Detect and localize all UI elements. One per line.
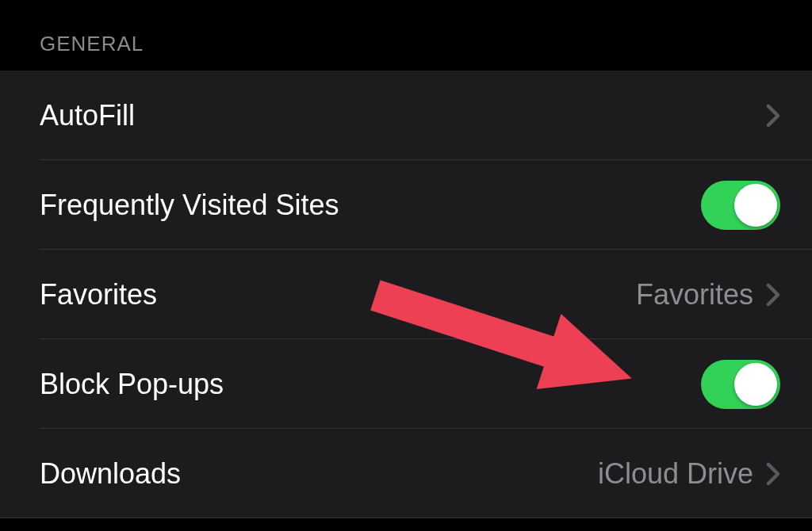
chevron-right-icon bbox=[766, 283, 780, 307]
toggle-frequently-visited[interactable] bbox=[701, 181, 780, 230]
row-right-frequently-visited bbox=[701, 181, 780, 230]
row-value-downloads: iCloud Drive bbox=[598, 457, 753, 491]
toggle-knob bbox=[734, 363, 777, 406]
settings-list: AutoFill Frequently Visited Sites Favori… bbox=[0, 71, 812, 518]
chevron-right-icon bbox=[766, 104, 780, 128]
toggle-block-popups[interactable] bbox=[701, 360, 780, 409]
toggle-knob bbox=[734, 184, 777, 227]
section-header-general: GENERAL bbox=[0, 0, 812, 71]
row-label-block-popups: Block Pop-ups bbox=[40, 368, 224, 401]
row-value-favorites: Favorites bbox=[636, 278, 753, 311]
row-right-autofill bbox=[766, 104, 780, 128]
row-right-block-popups bbox=[701, 360, 780, 409]
row-block-popups: Block Pop-ups bbox=[0, 339, 812, 429]
row-label-downloads: Downloads bbox=[40, 457, 181, 491]
row-label-favorites: Favorites bbox=[40, 278, 157, 311]
row-downloads[interactable]: Downloads iCloud Drive bbox=[0, 429, 812, 518]
row-label-autofill: AutoFill bbox=[40, 99, 135, 132]
chevron-right-icon bbox=[766, 462, 780, 486]
row-label-frequently-visited: Frequently Visited Sites bbox=[40, 189, 339, 222]
row-autofill[interactable]: AutoFill bbox=[0, 71, 812, 160]
row-right-favorites: Favorites bbox=[636, 278, 780, 311]
row-frequently-visited: Frequently Visited Sites bbox=[0, 160, 812, 250]
row-favorites[interactable]: Favorites Favorites bbox=[0, 250, 812, 339]
row-right-downloads: iCloud Drive bbox=[598, 457, 780, 491]
